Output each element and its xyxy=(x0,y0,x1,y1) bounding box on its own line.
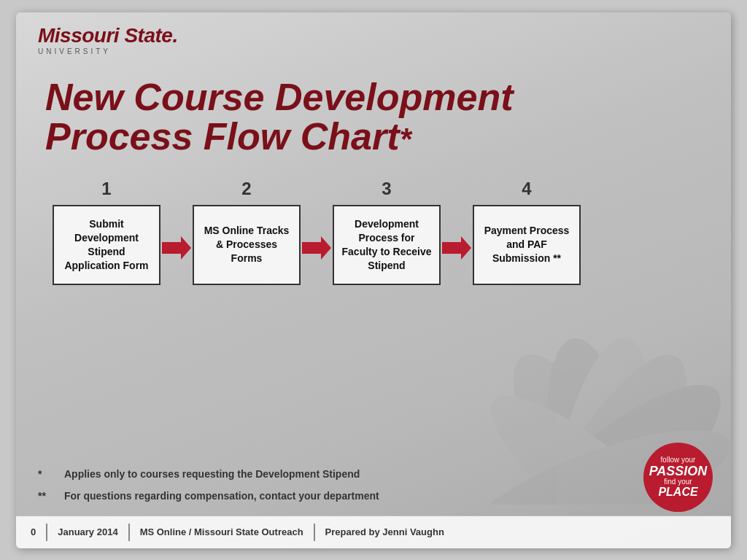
step-number-1: 1 xyxy=(101,179,111,199)
svg-marker-9 xyxy=(442,236,471,260)
flow-step-4: 4 Payment Process and PAF Submission ** xyxy=(473,179,581,285)
step-number-3: 3 xyxy=(382,179,391,199)
slide-container: Missouri State. UNIVERSITY New Course De… xyxy=(16,12,731,548)
svg-marker-7 xyxy=(162,236,191,260)
footnotes: * Applies only to courses requesting the… xyxy=(38,468,709,512)
header: Missouri State. UNIVERSITY xyxy=(16,12,731,63)
step-number-4: 4 xyxy=(522,179,531,199)
footer-page-number: 0 xyxy=(31,526,36,537)
flow-step-2: 2 MS Online Tracks & Processes Forms xyxy=(193,179,301,285)
flow-step-3: 3 Development Process for Faculty to Rec… xyxy=(333,179,441,285)
badge-line2: PASSION xyxy=(649,464,708,478)
flow-step-1: 1 Submit Development Stipend Application… xyxy=(53,179,160,285)
step-number-2: 2 xyxy=(241,179,251,199)
footnote-2-text: For questions regarding compensation, co… xyxy=(64,490,379,502)
footnote-1-marker: * xyxy=(38,468,58,480)
badge-line4: PLACE xyxy=(658,486,697,498)
step-box-1: Submit Development Stipend Application F… xyxy=(53,205,160,285)
arrow-3 xyxy=(441,208,473,288)
footer-organization: MS Online / Missouri State Outreach xyxy=(140,526,303,537)
footer-prepared-by: Prepared by Jenni Vaughn xyxy=(325,526,444,537)
logo-name: Missouri State. xyxy=(38,26,178,46)
footer-divider-3 xyxy=(314,524,315,541)
footer-divider-1 xyxy=(46,524,47,541)
svg-marker-8 xyxy=(302,236,331,260)
step-box-4: Payment Process and PAF Submission ** xyxy=(473,205,581,285)
step-box-2: MS Online Tracks & Processes Forms xyxy=(193,205,301,285)
logo-subtitle: UNIVERSITY xyxy=(38,47,111,55)
footer-divider-2 xyxy=(128,524,130,541)
arrow-1 xyxy=(160,208,193,288)
footnote-2-marker: ** xyxy=(38,490,58,502)
footer-date: January 2014 xyxy=(58,526,117,537)
logo-text-span: Missouri State. xyxy=(38,24,178,47)
main-content: New Course DevelopmentProcess Flow Chart… xyxy=(16,63,731,304)
footnote-1: * Applies only to courses requesting the… xyxy=(38,468,709,480)
arrow-1-container xyxy=(160,179,193,297)
arrow-2 xyxy=(301,208,333,288)
passion-badge: follow your PASSION find your PLACE xyxy=(643,443,713,512)
flow-chart: 1 Submit Development Stipend Application… xyxy=(45,179,702,297)
step-box-3: Development Process for Faculty to Recei… xyxy=(333,205,441,285)
logo-area: Missouri State. UNIVERSITY xyxy=(38,26,709,55)
arrow-2-container xyxy=(301,179,333,297)
footnote-1-text: Applies only to courses requesting the D… xyxy=(64,468,360,480)
footnote-2: ** For questions regarding compensation,… xyxy=(38,490,709,502)
page-title: New Course DevelopmentProcess Flow Chart… xyxy=(45,77,702,157)
footer-bar: 0 January 2014 MS Online / Missouri Stat… xyxy=(16,516,731,548)
arrow-3-container xyxy=(441,179,473,297)
